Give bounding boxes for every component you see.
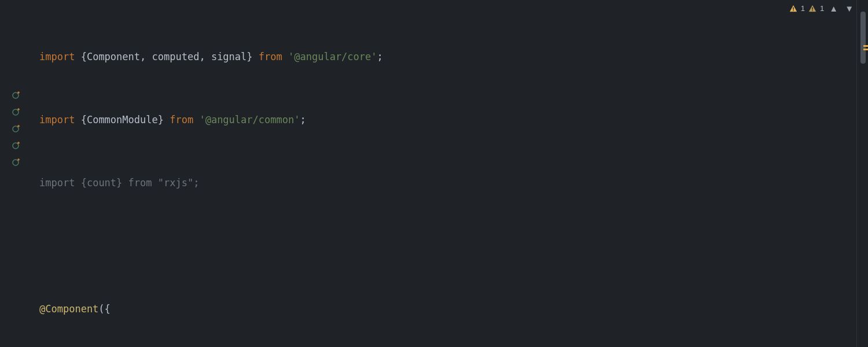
gutter-row[interactable] <box>0 120 32 136</box>
svg-rect-5 <box>793 7 793 9</box>
gutter-row <box>0 2 32 19</box>
error-stripe-rail[interactable] <box>856 0 868 347</box>
usage-hint-icon[interactable] <box>12 90 21 99</box>
gutter-row <box>0 170 32 187</box>
gutter-row <box>0 204 32 220</box>
gutter-row <box>0 36 32 53</box>
gutter-row <box>0 321 32 338</box>
kw-import: import <box>39 51 75 62</box>
gutter-row <box>0 69 32 86</box>
gutter <box>0 0 32 347</box>
id-computed: computed <box>152 51 200 62</box>
svg-point-4 <box>13 160 19 165</box>
kw-from: from <box>259 51 282 62</box>
scrollbar-thumb[interactable] <box>860 12 866 64</box>
gutter-row <box>0 19 32 36</box>
gutter-row[interactable] <box>0 136 32 153</box>
gutter-row[interactable] <box>0 103 32 120</box>
gutter-row <box>0 304 32 321</box>
gutter-row <box>0 338 32 347</box>
svg-point-0 <box>13 93 19 98</box>
str-angular-core: '@angular/core' <box>288 51 377 62</box>
svg-point-2 <box>13 126 19 132</box>
id-signal: signal <box>211 51 247 62</box>
svg-rect-7 <box>812 7 812 9</box>
inspection-status[interactable]: 1 1 ▲ ▼ <box>789 3 855 13</box>
code-editor[interactable]: import {Component, computed, signal} fro… <box>0 0 868 347</box>
svg-point-3 <box>13 143 19 149</box>
weak-warning-count: 1 <box>820 4 824 13</box>
warning-count: 1 <box>801 4 805 13</box>
code-area[interactable]: import {Component, computed, signal} fro… <box>32 0 868 347</box>
error-stripe[interactable] <box>863 45 868 47</box>
svg-point-1 <box>13 109 19 115</box>
weak-warning-icon[interactable] <box>808 5 816 13</box>
gutter-row <box>0 237 32 254</box>
svg-rect-8 <box>812 10 812 10</box>
code-line[interactable]: @Component({ <box>32 301 868 318</box>
warning-icon[interactable] <box>789 5 797 13</box>
error-stripe[interactable] <box>863 49 868 50</box>
usage-hint-icon[interactable] <box>12 107 21 116</box>
next-highlight-button[interactable]: ▼ <box>843 3 855 13</box>
gutter-row <box>0 254 32 271</box>
gutter-row <box>0 287 32 304</box>
gutter-row <box>0 187 32 204</box>
svg-rect-6 <box>793 10 793 10</box>
decorator-component: @Component <box>39 303 98 315</box>
usage-hint-icon[interactable] <box>12 157 21 167</box>
gutter-row <box>0 53 32 69</box>
code-line[interactable] <box>32 238 868 254</box>
gutter-row[interactable] <box>0 86 32 103</box>
usage-hint-icon[interactable] <box>12 124 21 133</box>
code-line[interactable]: import {Component, computed, signal} fro… <box>32 49 868 65</box>
code-line[interactable]: import {count} from "rxjs"; <box>32 175 868 191</box>
gutter-row <box>0 271 32 287</box>
gutter-row <box>0 220 32 237</box>
prev-highlight-button[interactable]: ▲ <box>827 3 840 13</box>
id-component: Component <box>87 51 140 62</box>
usage-hint-icon[interactable] <box>12 141 21 150</box>
code-line[interactable]: import {CommonModule} from '@angular/com… <box>32 112 868 128</box>
gutter-row[interactable] <box>0 153 32 170</box>
